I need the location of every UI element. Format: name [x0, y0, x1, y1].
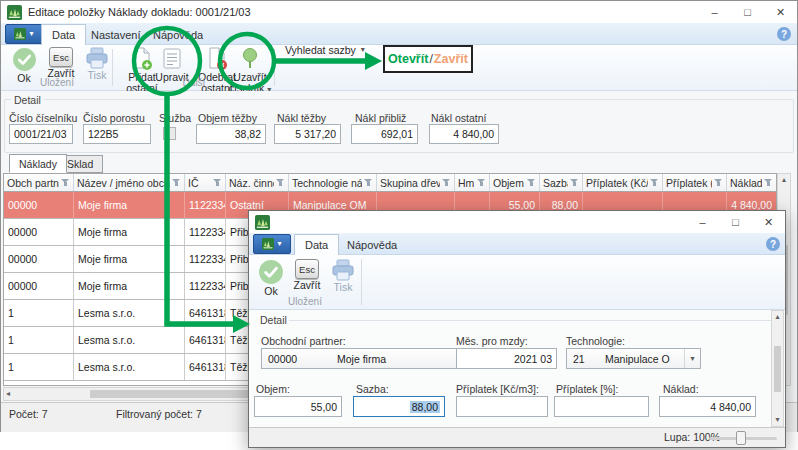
maximize-icon[interactable]: □ [719, 211, 752, 233]
cell[interactable]: Moje firma [74, 246, 185, 272]
help-icon[interactable]: ? [777, 27, 791, 41]
minimize-icon[interactable]: – [686, 211, 719, 233]
column-header[interactable]: Příplatek (%) [663, 174, 727, 191]
cell[interactable]: 11223344 [185, 219, 226, 245]
filter-icon[interactable] [714, 178, 723, 187]
technologie-combobox[interactable]: 21 Manipulace O ▾ [566, 348, 701, 369]
column-header[interactable]: Technologie název [289, 174, 377, 191]
filter-icon[interactable] [477, 178, 486, 187]
filter-icon[interactable] [276, 178, 285, 187]
sazba-field[interactable]: 88,00 [353, 396, 445, 417]
cell[interactable]: 00000 [4, 246, 74, 272]
cislo-porostu-field[interactable]: 122B5 [83, 124, 151, 144]
group-label-ulozeni: Uložení [251, 296, 359, 307]
filter-icon[interactable] [764, 178, 773, 187]
tab-naklady[interactable]: Náklady [9, 154, 67, 173]
column-header[interactable]: Sazba [540, 174, 583, 191]
filter-icon[interactable] [364, 178, 373, 187]
cell[interactable]: 1 [4, 327, 74, 353]
column-header[interactable]: Náz. činnosti [226, 174, 289, 191]
cell[interactable]: 1 [4, 300, 74, 326]
column-header[interactable]: Náklad [727, 174, 777, 191]
scroll-up-icon[interactable]: ▴ [773, 311, 781, 323]
nakl-ostatni-label: Nákl ostatní [431, 112, 486, 124]
column-header[interactable]: Obch partner [4, 174, 74, 191]
cell[interactable]: Moje firma [74, 192, 185, 218]
close-icon[interactable]: ✕ [752, 211, 785, 233]
scroll-up-icon[interactable]: ▴ [780, 174, 788, 186]
dialog-vscrollbar[interactable]: ▴ ▾ [771, 310, 784, 427]
objem-field[interactable]: 55,00 [254, 396, 342, 417]
zavrit-button[interactable]: Esc Zavřít [43, 47, 79, 79]
nakl-pribliz-field[interactable]: 692,01 [351, 124, 418, 144]
filter-icon[interactable] [570, 178, 579, 187]
nakl-ostatni-field[interactable]: 4 840,00 [429, 124, 499, 144]
obchodni-partner-combobox[interactable]: 00000 Moje firma ▾ [261, 348, 479, 369]
tab-napoveda[interactable]: Nápověda [143, 24, 213, 45]
annotation-label-box: Otevřít / Zavřít [383, 45, 473, 73]
chevron-down-icon[interactable]: ▾ [684, 349, 700, 368]
app-menu-button[interactable]: ▾ [5, 24, 43, 44]
cell[interactable]: 00000 [4, 192, 74, 218]
ok-button[interactable]: Ok [255, 259, 287, 297]
tisk-button[interactable]: Tisk [327, 259, 359, 293]
cell[interactable]: Moje firma [74, 273, 185, 299]
nakl-tezby-field[interactable]: 5 317,20 [274, 124, 341, 144]
cell[interactable]: Moje firma [74, 219, 185, 245]
cell[interactable]: Lesma s.r.o. [74, 300, 185, 326]
tab-data[interactable]: Data [41, 24, 86, 45]
filter-icon[interactable] [442, 178, 451, 187]
column-header[interactable]: Název / jméno obch partnera [74, 174, 185, 191]
scroll-down-icon[interactable]: ▾ [773, 414, 781, 426]
zoom-slider-thumb[interactable] [736, 431, 746, 445]
objem-tezby-field[interactable]: 38,82 [196, 124, 266, 144]
cell[interactable]: 11223344 [185, 273, 226, 299]
priplatek-pct-field[interactable] [554, 396, 649, 417]
tab-nastaveni[interactable]: Nastavení [81, 24, 151, 45]
ribbon-separator [112, 49, 113, 86]
priplatek-kc-field[interactable] [456, 396, 548, 417]
close-icon[interactable]: ✕ [764, 1, 797, 23]
cell[interactable]: 11223344 [185, 192, 226, 218]
column-header[interactable]: Objem [490, 174, 540, 191]
mes-pro-mzdy-field[interactable]: 2021 03 [456, 348, 557, 369]
technologie-label: Technologie: [566, 335, 625, 347]
document-remove-icon [206, 47, 228, 71]
vscroll-thumb[interactable] [774, 346, 781, 392]
filter-icon[interactable] [527, 178, 536, 187]
cell[interactable]: Lesma s.r.o. [74, 327, 185, 353]
vyhledat-sazby-button[interactable]: Vyhledat sazby ▾ [279, 42, 371, 58]
naklad-field[interactable]: 4 840,00 [659, 396, 756, 417]
cell[interactable]: 64613186 [185, 327, 226, 353]
app-icon [14, 28, 26, 40]
column-header[interactable]: Skupina dřevin [377, 174, 455, 191]
priplatek-kc-label: Příplatek [Kč/m3]: [456, 383, 539, 395]
filter-icon[interactable] [61, 178, 70, 187]
sluzba-checkbox[interactable] [163, 127, 176, 140]
scroll-left-icon[interactable]: ◂ [4, 388, 12, 400]
filter-icon[interactable] [213, 178, 222, 187]
cell[interactable]: Lesma s.r.o. [74, 354, 185, 380]
column-header-label: Technologie název [292, 177, 362, 189]
cell[interactable]: 00000 [4, 273, 74, 299]
chevron-down-icon: ▾ [277, 240, 281, 248]
cell[interactable]: 64613186 [185, 354, 226, 380]
cislo-ciselniku-field[interactable]: 0001/21/03 [9, 124, 73, 144]
maximize-icon[interactable]: □ [731, 1, 764, 23]
minimize-icon[interactable]: – [698, 1, 731, 23]
help-icon[interactable]: ? [766, 237, 780, 251]
cell[interactable]: 1 [4, 354, 74, 380]
column-header[interactable]: Příplatek (Kč/m3) [583, 174, 663, 191]
column-header[interactable]: IČ [185, 174, 226, 191]
tab-data[interactable]: Data [294, 234, 339, 255]
tab-napoveda[interactable]: Nápověda [337, 234, 407, 255]
filter-icon[interactable] [172, 178, 181, 187]
zavrit-button[interactable]: Esc Zavřít [289, 259, 325, 291]
app-menu-button[interactable]: ▾ [253, 234, 291, 254]
tisk-button[interactable]: Tisk [81, 47, 113, 81]
cell[interactable]: 11223344 [185, 246, 226, 272]
filter-icon[interactable] [650, 178, 659, 187]
cell[interactable]: 00000 [4, 219, 74, 245]
cell[interactable]: 64613186 [185, 300, 226, 326]
column-header[interactable]: Hm [455, 174, 490, 191]
